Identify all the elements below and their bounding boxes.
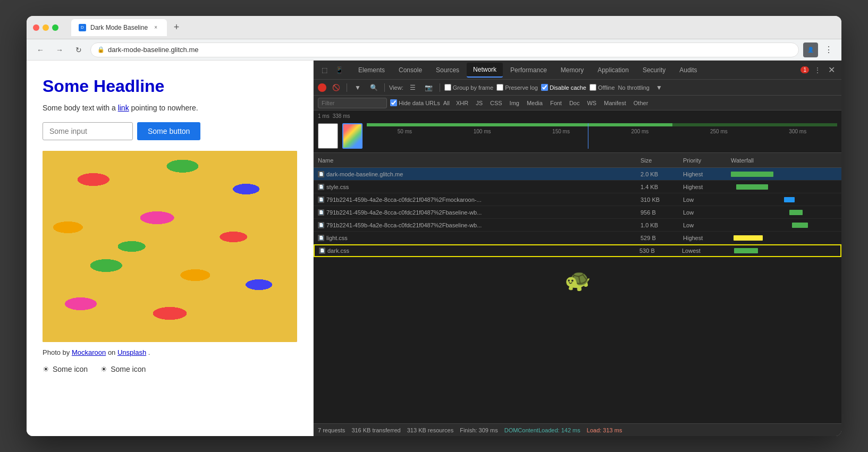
view-label: View: bbox=[389, 84, 403, 91]
ms-100: 100 ms bbox=[474, 129, 491, 134]
some-input[interactable] bbox=[43, 122, 133, 140]
preserve-log-checkbox[interactable] bbox=[496, 84, 503, 91]
mockaroon-link[interactable]: Mockaroon bbox=[72, 348, 106, 356]
new-tab-button[interactable]: + bbox=[169, 20, 184, 35]
filter-input[interactable] bbox=[318, 98, 387, 108]
tab-application[interactable]: Application bbox=[591, 63, 635, 78]
wf-bar-4 bbox=[789, 210, 803, 215]
inspect-element-btn[interactable]: ⬚ bbox=[318, 64, 331, 76]
tab-memory[interactable]: Memory bbox=[554, 63, 590, 78]
forward-button[interactable]: → bbox=[52, 42, 67, 57]
sun-icon-2: ☀ bbox=[100, 365, 107, 373]
filter-manifest[interactable]: Manifest bbox=[601, 99, 629, 107]
file-icon-1: 📄 bbox=[318, 171, 324, 177]
webpage-panel: Some Headline Some body text with a link… bbox=[27, 61, 314, 436]
icon-label-1: Some icon bbox=[53, 365, 88, 373]
reload-button[interactable]: ↻ bbox=[71, 42, 86, 57]
row-size-3: 310 KB bbox=[641, 197, 683, 203]
active-tab[interactable]: D Dark Mode Baseline × bbox=[71, 19, 167, 36]
row-waterfall-3 bbox=[731, 197, 837, 202]
ms-50: 50 ms bbox=[398, 129, 412, 134]
separator-3 bbox=[440, 83, 440, 92]
filter-other[interactable]: Other bbox=[630, 99, 652, 107]
separator-2 bbox=[384, 83, 385, 92]
network-toolbar: 🚫 ▼ 🔍 View: ☰ 📷 Group by frame Preserve … bbox=[314, 80, 841, 96]
tab-console[interactable]: Console bbox=[392, 63, 428, 78]
body-text-after: pointing to nowhere. bbox=[131, 104, 198, 112]
table-row[interactable]: 📄 791b2241-459b-4a2e-8cca-c0fdc21f0487%2… bbox=[314, 206, 841, 219]
devtools-tabs: Elements Console Sources Network Perform… bbox=[352, 63, 704, 78]
table-row[interactable]: 📄 dark-mode-baseline.glitch.me 2.0 KB Hi… bbox=[314, 168, 841, 181]
row-size-2: 1.4 KB bbox=[641, 184, 683, 190]
filter-media[interactable]: Media bbox=[524, 99, 546, 107]
title-bar: D Dark Mode Baseline × + bbox=[27, 16, 841, 39]
file-icon-4: 📄 bbox=[318, 209, 324, 216]
row-size-4: 956 B bbox=[641, 209, 683, 216]
filter-img[interactable]: Img bbox=[507, 99, 523, 107]
filter-font[interactable]: Font bbox=[547, 99, 565, 107]
maximize-traffic-light[interactable] bbox=[52, 24, 58, 31]
table-row[interactable]: 📄 style.css 1.4 KB Highest bbox=[314, 181, 841, 193]
filter-css[interactable]: CSS bbox=[487, 99, 505, 107]
address-bar: ← → ↻ 🔒 dark-mode-baseline.glitch.me 👤 ⋮ bbox=[27, 39, 841, 61]
table-row[interactable]: 📄 light.css 529 B Highest bbox=[314, 232, 841, 244]
body-link[interactable]: link bbox=[118, 104, 129, 112]
tab-close-button[interactable]: × bbox=[152, 24, 159, 31]
timeline-thumb-blank bbox=[318, 123, 338, 149]
row-waterfall-5 bbox=[731, 223, 837, 228]
hide-data-urls-checkbox[interactable] bbox=[390, 99, 397, 106]
wf-bar-7 bbox=[734, 248, 758, 253]
preserve-log-label: Preserve log bbox=[496, 84, 538, 91]
icons-row: ☀ Some icon ☀ Some icon bbox=[43, 365, 297, 373]
tab-audits[interactable]: Audits bbox=[673, 63, 703, 78]
status-resources: 313 KB resources bbox=[407, 427, 453, 433]
tab-sources[interactable]: Sources bbox=[429, 63, 466, 78]
unsplash-link[interactable]: Unsplash bbox=[117, 348, 146, 356]
table-header: Name Size Priority Waterfall bbox=[314, 153, 841, 168]
filter-btn[interactable]: ▼ bbox=[351, 81, 364, 94]
table-row[interactable]: 📄 791b2241-459b-4a2e-8cca-c0fdc21f0487%2… bbox=[314, 193, 841, 206]
group-by-frame-checkbox[interactable] bbox=[444, 84, 451, 91]
tab-network[interactable]: Network bbox=[467, 63, 503, 78]
ms-250: 250 ms bbox=[710, 129, 728, 134]
clear-btn[interactable]: 🚫 bbox=[330, 81, 342, 94]
tab-bar: D Dark Mode Baseline × + bbox=[71, 19, 184, 36]
devtools-close-btn[interactable]: ✕ bbox=[826, 65, 837, 75]
table-row[interactable]: 📄 791b2241-459b-4a2e-8cca-c0fdc21f0487%2… bbox=[314, 219, 841, 232]
row-priority-7: Lowest bbox=[682, 248, 730, 254]
device-toolbar-btn[interactable]: 📱 bbox=[333, 64, 345, 76]
row-name-1: 📄 dark-mode-baseline.glitch.me bbox=[318, 171, 641, 177]
filter-xhr[interactable]: XHR bbox=[453, 99, 471, 107]
offline-checkbox[interactable] bbox=[589, 84, 596, 91]
timeline-ms-338: 338 ms bbox=[333, 113, 350, 119]
filter-types: XHR JS CSS Img Media Font Doc WS Manifes… bbox=[453, 99, 651, 107]
url-bar[interactable]: 🔒 dark-mode-baseline.glitch.me bbox=[90, 42, 799, 57]
throttling-dropdown[interactable]: ▼ bbox=[653, 81, 665, 94]
view-list-btn[interactable]: ☰ bbox=[407, 81, 419, 94]
photo-credit-before: Photo by bbox=[43, 348, 72, 356]
record-button[interactable] bbox=[318, 83, 326, 92]
close-traffic-light[interactable] bbox=[33, 24, 39, 31]
timeline-thumb-screenshot[interactable] bbox=[342, 123, 363, 149]
menu-button[interactable]: ⋮ bbox=[822, 45, 835, 55]
all-label: All bbox=[443, 100, 450, 106]
more-options-btn[interactable]: ⋮ bbox=[811, 64, 824, 76]
view-screenshot-btn[interactable]: 📷 bbox=[423, 81, 435, 94]
group-by-frame-label: Group by frame bbox=[444, 84, 493, 91]
tab-security[interactable]: Security bbox=[636, 63, 672, 78]
row-waterfall-2 bbox=[731, 184, 837, 190]
filter-js[interactable]: JS bbox=[473, 99, 486, 107]
search-btn[interactable]: 🔍 bbox=[367, 81, 380, 94]
table-row-highlighted[interactable]: 📄 dark.css 530 B Lowest bbox=[314, 244, 841, 257]
minimize-traffic-light[interactable] bbox=[43, 24, 49, 31]
timeline-bars: 50 ms 100 ms 150 ms 200 ms 250 ms 300 ms bbox=[367, 123, 837, 149]
profile-icon[interactable]: 👤 bbox=[803, 42, 818, 57]
filter-ws[interactable]: WS bbox=[584, 99, 600, 107]
some-button[interactable]: Some button bbox=[137, 122, 200, 140]
disable-cache-checkbox[interactable] bbox=[541, 84, 548, 91]
timeline-area: 1 ms 338 ms 50 ms 10 bbox=[314, 110, 841, 153]
tab-elements[interactable]: Elements bbox=[352, 63, 391, 78]
filter-doc[interactable]: Doc bbox=[566, 99, 583, 107]
back-button[interactable]: ← bbox=[33, 42, 48, 57]
tab-performance[interactable]: Performance bbox=[504, 63, 553, 78]
